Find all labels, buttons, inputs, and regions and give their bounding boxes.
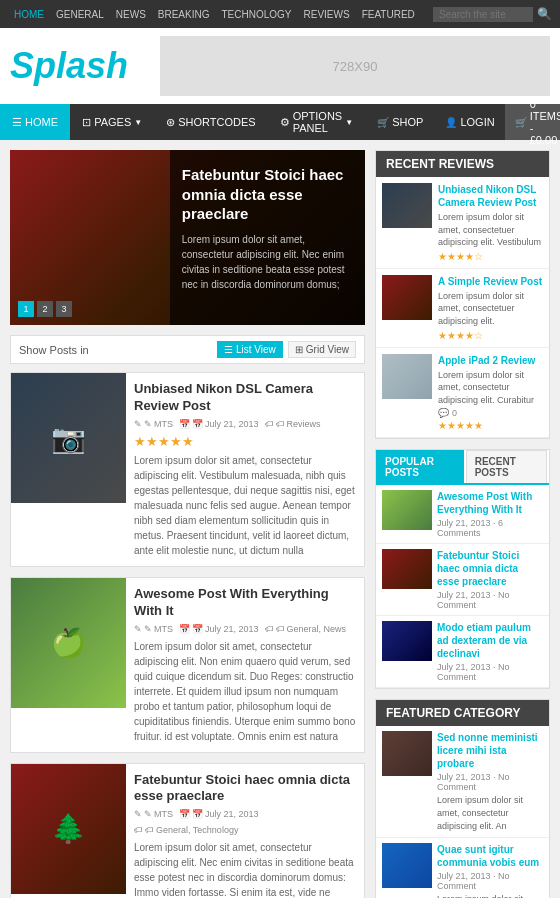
review-comment-count: 💬 0: [438, 408, 543, 418]
post-meta: ✎ MTS 📅 July 21, 2013 🏷 Reviews: [134, 419, 356, 429]
list-icon: [224, 344, 233, 355]
posts-tab-bar: POPULAR POSTS RECENT POSTS: [376, 450, 549, 485]
shortcodes-icon: [166, 116, 175, 129]
mainnav-shortcodes[interactable]: SHORTCODES: [154, 104, 267, 140]
review-title[interactable]: A Simple Review Post: [438, 275, 543, 288]
topnav-technology[interactable]: TECHNOLOGY: [215, 9, 297, 20]
review-item: A Simple Review Post Lorem ipsum dolor s…: [376, 269, 549, 348]
login-button[interactable]: LOGIN: [435, 116, 504, 128]
show-posts-bar: Show Posts in List View Grid View: [10, 335, 365, 364]
review-text: Unbiased Nikon DSL Camera Review Post Lo…: [438, 183, 543, 262]
review-thumbnail: [382, 354, 432, 399]
popular-tab[interactable]: POPULAR POSTS: [376, 450, 464, 483]
post-image: 🍏: [11, 578, 126, 708]
post-image: 🌲: [11, 764, 126, 894]
review-text: A Simple Review Post Lorem ipsum dolor s…: [438, 275, 543, 341]
topnav-general[interactable]: GENERAL: [50, 9, 110, 20]
list-view-button[interactable]: List View: [217, 341, 283, 358]
hero-dot-2[interactable]: 2: [37, 301, 53, 317]
mainnav-options[interactable]: OPTIONS PANEL ▼: [268, 104, 366, 140]
user-icon: [445, 116, 457, 128]
popular-title[interactable]: Awesome Post With Everything With It: [437, 490, 543, 516]
content-wrapper: Fatebuntur Stoici haec omnia dicta esse …: [0, 140, 560, 898]
topnav-breaking[interactable]: BREAKING: [152, 9, 216, 20]
hero-text: Lorem ipsum dolor sit amet, consectetur …: [182, 232, 353, 292]
topnav-reviews[interactable]: REVIEWS: [298, 9, 356, 20]
topnav-home[interactable]: HOME: [8, 9, 50, 20]
featured-category-title: Featured Category: [376, 700, 549, 726]
top-navigation: HOME GENERAL NEWS BREAKING TECHNOLOGY RE…: [0, 0, 560, 28]
site-logo[interactable]: Splash: [10, 45, 160, 87]
pages-icon: [82, 116, 91, 129]
search-icon[interactable]: [537, 7, 552, 21]
featured-item: Quae sunt igitur communia vobis eum July…: [376, 838, 549, 898]
featured-desc: Lorem ipsum dolor sit amet, consectetur …: [437, 794, 543, 832]
popular-posts: POPULAR POSTS RECENT POSTS Awesome Post …: [375, 449, 550, 689]
options-arrow: ▼: [345, 118, 353, 127]
review-text: Apple iPad 2 Review Lorem ipsum dolor si…: [438, 354, 543, 432]
post-thumbnail: 🌲: [11, 764, 126, 898]
post-title[interactable]: Fatebuntur Stoici haec omnia dicta esse …: [134, 772, 356, 806]
post-thumbnail: 🍏: [11, 578, 126, 752]
mainnav-home[interactable]: HOME: [0, 104, 70, 140]
recent-reviews: Recent Reviews Unbiased Nikon DSL Camera…: [375, 150, 550, 439]
cart-button[interactable]: 0 ITEMS - £0.00: [505, 104, 560, 140]
post-excerpt: Lorem ipsum dolor sit amet, consectetur …: [134, 639, 356, 744]
post-item: 🌲 Fatebuntur Stoici haec omnia dicta ess…: [10, 763, 365, 898]
grid-view-button[interactable]: Grid View: [288, 341, 356, 358]
post-body: Awesome Post With Everything With It ✎ M…: [126, 578, 364, 752]
topnav-news[interactable]: NEWS: [110, 9, 152, 20]
review-title[interactable]: Apple iPad 2 Review: [438, 354, 543, 367]
popular-text: Awesome Post With Everything With It Jul…: [437, 490, 543, 538]
post-stars: ★★★★★: [134, 434, 356, 449]
hero-overlay: Fatebuntur Stoici haec omnia dicta esse …: [170, 150, 365, 325]
date-icon: 📅: [179, 809, 203, 819]
recent-tab[interactable]: RECENT POSTS: [466, 450, 547, 483]
cart-icon: [515, 116, 527, 128]
post-thumbnail: 📷: [11, 373, 126, 566]
tag-icon: 🏷: [265, 624, 285, 634]
post-body: Fatebuntur Stoici haec omnia dicta esse …: [126, 764, 364, 898]
review-stars: ★★★★★: [438, 420, 543, 431]
date-icon: 📅: [179, 624, 203, 634]
tag-icon: 🏷: [134, 825, 154, 835]
date-icon: 📅: [179, 419, 203, 429]
search-input[interactable]: [433, 7, 533, 22]
post-image: 📷: [11, 373, 126, 503]
review-item: Unbiased Nikon DSL Camera Review Post Lo…: [376, 177, 549, 269]
logo-banner: Splash 728X90: [0, 28, 560, 104]
review-desc: Lorem ipsum dolor sit amet, consectetuer…: [438, 211, 543, 249]
show-posts-label: Show Posts in: [19, 344, 89, 356]
post-meta: ✎ MTS 📅 July 21, 2013 🏷 General, Technol…: [134, 809, 356, 835]
post-title[interactable]: Unbiased Nikon DSL Camera Review Post: [134, 381, 356, 415]
post-excerpt: Lorem ipsum dolor sit amet, consectetur …: [134, 453, 356, 558]
recent-reviews-title: Recent Reviews: [376, 151, 549, 177]
main-navigation: HOME PAGES ▼ SHORTCODES OPTIONS PANEL ▼ …: [0, 104, 560, 140]
mainnav-shop[interactable]: SHOP: [365, 104, 435, 140]
popular-title[interactable]: Fatebuntur Stoici haec omnia dicta esse …: [437, 549, 543, 588]
featured-text: Sed nonne meministi licere mihi ista pro…: [437, 731, 543, 832]
featured-title[interactable]: Quae sunt igitur communia vobis eum: [437, 843, 543, 869]
review-title[interactable]: Unbiased Nikon DSL Camera Review Post: [438, 183, 543, 209]
hero-dot-1[interactable]: 1: [18, 301, 34, 317]
author-icon: ✎: [134, 809, 152, 819]
popular-title[interactable]: Modo etiam paulum ad dexteram de via dec…: [437, 621, 543, 660]
comment-icon: 💬: [438, 408, 449, 418]
hero-dot-3[interactable]: 3: [56, 301, 72, 317]
featured-thumbnail: [382, 731, 432, 776]
review-desc: Lorem ipsum dolor sit amet, consectetuer…: [438, 290, 543, 328]
popular-item: Awesome Post With Everything With It Jul…: [376, 485, 549, 544]
featured-category: Featured Category Sed nonne meministi li…: [375, 699, 550, 898]
mainnav-pages[interactable]: PAGES ▼: [70, 104, 154, 140]
popular-meta: July 21, 2013 · No Comment: [437, 662, 543, 682]
popular-meta: July 21, 2013 · No Comment: [437, 590, 543, 610]
topnav-featured[interactable]: FEATURED: [356, 9, 421, 20]
post-meta: ✎ MTS 📅 July 21, 2013 🏷 General, News: [134, 624, 356, 634]
popular-meta: July 21, 2013 · 6 Comments: [437, 518, 543, 538]
options-icon: [280, 116, 290, 129]
featured-title[interactable]: Sed nonne meministi licere mihi ista pro…: [437, 731, 543, 770]
tag-icon: 🏷: [265, 419, 285, 429]
hero-dots: 1 2 3: [18, 301, 72, 317]
review-item: Apple iPad 2 Review Lorem ipsum dolor si…: [376, 348, 549, 439]
post-title[interactable]: Awesome Post With Everything With It: [134, 586, 356, 620]
